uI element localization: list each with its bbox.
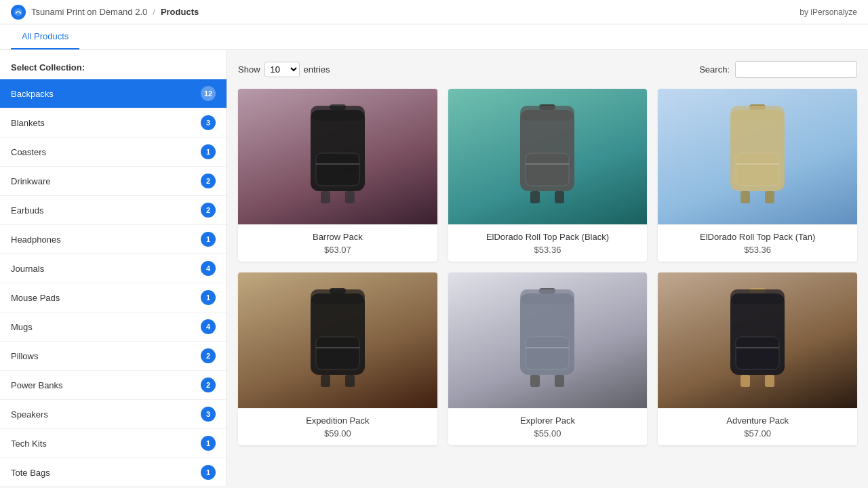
- product-info: Adventure Pack $57.00: [658, 408, 857, 445]
- collection-label: Headphones: [11, 235, 61, 245]
- collection-badge: 1: [201, 290, 216, 305]
- search-input[interactable]: [735, 61, 857, 78]
- svg-rect-27: [345, 375, 355, 387]
- svg-rect-3: [316, 153, 359, 186]
- svg-rect-26: [321, 375, 330, 387]
- svg-rect-17: [736, 153, 779, 186]
- collection-item-tech-kits[interactable]: Tech Kits 1: [0, 429, 226, 458]
- product-image: [448, 89, 648, 224]
- svg-rect-7: [311, 106, 365, 121]
- collection-badge: 1: [201, 232, 216, 247]
- product-name: Barrow Pack: [246, 232, 429, 242]
- collection-label: Mugs: [11, 322, 33, 332]
- collection-badge: 2: [201, 378, 216, 392]
- collections-list: Backpacks 12 Blankets 3 Coasters 1 Drink…: [0, 79, 226, 486]
- collection-label: Drinkware: [11, 176, 51, 186]
- collection-item-headphones[interactable]: Headphones 1: [0, 225, 226, 254]
- collection-label: Earbuds: [11, 205, 43, 216]
- product-card[interactable]: Explorer Pack $55.00: [448, 272, 648, 445]
- collection-badge: 2: [201, 348, 216, 363]
- collection-item-earbuds[interactable]: Earbuds 2: [0, 196, 226, 225]
- product-image: [658, 89, 857, 224]
- collection-label: Tote Bags: [11, 468, 50, 478]
- collection-badge: 1: [201, 144, 216, 159]
- collection-label: Mouse Pads: [11, 293, 60, 303]
- svg-rect-5: [321, 191, 330, 203]
- content-area: Show 10 25 50 100 entries Search:: [227, 50, 868, 486]
- svg-rect-28: [311, 289, 365, 304]
- svg-rect-24: [316, 337, 359, 369]
- product-card[interactable]: Barrow Pack $63.07: [238, 89, 437, 262]
- collection-item-journals[interactable]: Journals 4: [0, 254, 226, 283]
- collection-item-tote-bags[interactable]: Tote Bags 1: [0, 458, 226, 486]
- collection-label: Power Banks: [11, 380, 63, 390]
- collection-badge: 1: [201, 465, 216, 480]
- product-image: [448, 272, 648, 408]
- product-card[interactable]: ElDorado Roll Top Pack (Tan) $53.36: [658, 89, 857, 262]
- svg-rect-34: [555, 375, 564, 387]
- collection-item-mouse-pads[interactable]: Mouse Pads 1: [0, 283, 226, 312]
- product-grid: Barrow Pack $63.07 ElDorado Roll T: [238, 89, 857, 445]
- collection-item-backpacks[interactable]: Backpacks 12: [0, 79, 226, 108]
- product-card[interactable]: ElDorado Roll Top Pack (Black) $53.36: [448, 89, 648, 262]
- collection-item-mugs[interactable]: Mugs 4: [0, 312, 226, 342]
- svg-rect-35: [520, 289, 574, 304]
- show-entries-control: Show 10 25 50 100 entries: [238, 62, 330, 77]
- collection-label: Coasters: [11, 147, 46, 157]
- collection-item-blankets[interactable]: Blankets 3: [0, 108, 226, 138]
- collection-badge: 1: [201, 436, 216, 451]
- show-label: Show: [238, 64, 260, 75]
- collection-badge: 3: [201, 407, 216, 422]
- main-layout: Select Collection: Backpacks 12 Blankets…: [0, 50, 868, 486]
- collection-badge: 4: [201, 319, 216, 334]
- product-name: ElDorado Roll Top Pack (Black): [456, 232, 639, 242]
- product-price: $53.36: [666, 245, 849, 255]
- app-name: Tsunami Print on Demand 2.0: [31, 7, 147, 17]
- entries-select[interactable]: 10 25 50 100: [264, 62, 300, 77]
- collection-item-drinkware[interactable]: Drinkware 2: [0, 167, 226, 196]
- collection-badge: 4: [201, 261, 216, 276]
- svg-rect-41: [765, 375, 774, 387]
- svg-rect-21: [730, 106, 785, 121]
- product-card[interactable]: Adventure Pack $57.00: [658, 272, 857, 445]
- header-by: by iPersonalyze: [800, 7, 857, 17]
- svg-rect-33: [530, 375, 540, 387]
- svg-rect-6: [345, 191, 355, 203]
- product-name: ElDorado Roll Top Pack (Tan): [666, 232, 849, 242]
- svg-rect-38: [736, 337, 779, 369]
- collection-label: Tech Kits: [11, 439, 47, 449]
- product-image: [238, 89, 437, 224]
- product-price: $53.36: [456, 245, 639, 255]
- collection-item-power-banks[interactable]: Power Banks 2: [0, 371, 226, 400]
- svg-rect-13: [555, 191, 564, 203]
- svg-rect-12: [530, 191, 540, 203]
- app-header: Tsunami Print on Demand 2.0 / Products b…: [0, 0, 868, 24]
- search-box: Search:: [699, 61, 857, 78]
- collection-badge: 2: [201, 174, 216, 188]
- collection-badge: 3: [201, 115, 216, 130]
- collection-label: Speakers: [11, 409, 48, 420]
- collection-item-speakers[interactable]: Speakers 3: [0, 400, 226, 429]
- product-info: Explorer Pack $55.00: [448, 408, 648, 445]
- product-info: ElDorado Roll Top Pack (Black) $53.36: [448, 224, 648, 262]
- product-name: Expedition Pack: [246, 415, 429, 426]
- app-logo: [11, 5, 26, 20]
- product-price: $63.07: [246, 245, 429, 255]
- header-separator: /: [153, 7, 155, 17]
- collection-item-coasters[interactable]: Coasters 1: [0, 138, 226, 167]
- svg-rect-14: [520, 106, 574, 121]
- product-card[interactable]: Expedition Pack $59.00: [238, 272, 437, 445]
- svg-rect-31: [526, 337, 569, 369]
- collection-item-pillows[interactable]: Pillows 2: [0, 342, 226, 371]
- product-price: $57.00: [666, 428, 849, 439]
- product-name: Explorer Pack: [456, 415, 639, 426]
- svg-rect-19: [741, 191, 750, 203]
- product-image: [658, 272, 857, 408]
- tab-all-products[interactable]: All Products: [11, 24, 79, 49]
- collection-label: Pillows: [11, 351, 38, 361]
- sidebar: Select Collection: Backpacks 12 Blankets…: [0, 50, 227, 486]
- header-page-title: Products: [161, 7, 199, 17]
- svg-rect-10: [526, 153, 569, 186]
- svg-point-0: [14, 8, 22, 16]
- product-name: Adventure Pack: [666, 415, 849, 426]
